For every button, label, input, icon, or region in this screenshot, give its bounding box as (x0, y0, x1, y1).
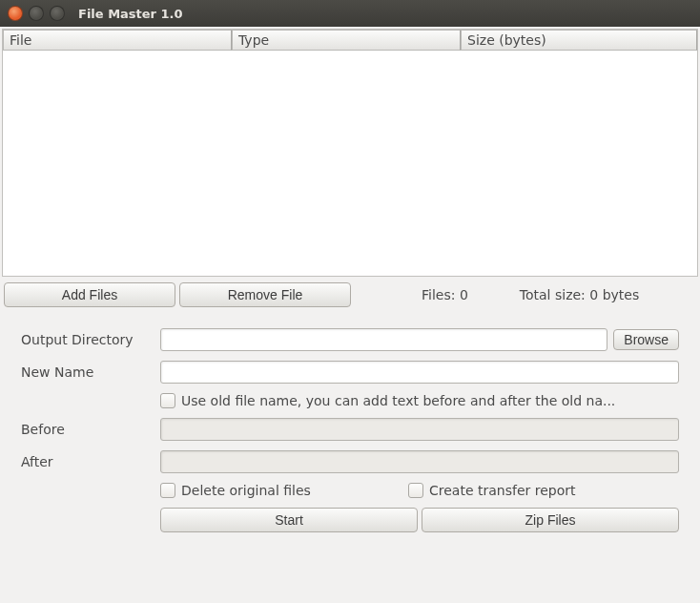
after-input (160, 450, 679, 473)
delete-originals-checkbox[interactable] (160, 483, 175, 498)
mid-toolbar: Add Files Remove File Files: 0 Total siz… (0, 279, 700, 311)
close-icon[interactable] (8, 6, 23, 21)
file-table: File Type Size (bytes) (2, 29, 698, 277)
form-area: Output Directory Browse New Name Use old… (0, 311, 700, 532)
minimize-icon[interactable] (29, 6, 44, 21)
content: File Type Size (bytes) Add Files Remove … (0, 27, 700, 603)
new-name-label: New Name (21, 364, 154, 380)
browse-button[interactable]: Browse (613, 329, 679, 350)
zip-files-button[interactable]: Zip Files (422, 508, 679, 532)
window-title: File Master 1.0 (78, 7, 183, 21)
table-body[interactable] (3, 51, 697, 276)
start-button[interactable]: Start (160, 508, 418, 532)
add-files-button[interactable]: Add Files (4, 282, 175, 307)
remove-file-button[interactable]: Remove File (179, 282, 351, 307)
before-label: Before (21, 422, 154, 437)
output-directory-label: Output Directory (21, 332, 154, 347)
create-report-checkbox[interactable] (408, 483, 423, 498)
new-name-input[interactable] (160, 361, 679, 384)
column-headers: File Type Size (bytes) (3, 30, 697, 51)
before-input (160, 418, 679, 441)
total-size-label: Total size: 0 bytes (510, 287, 649, 302)
column-header-file[interactable]: File (3, 30, 232, 51)
column-header-size[interactable]: Size (bytes) (461, 30, 697, 51)
delete-originals-label: Delete original files (181, 483, 311, 498)
use-old-name-row: Use old file name, you can add text befo… (160, 393, 679, 408)
column-header-type[interactable]: Type (232, 30, 461, 51)
files-count-label: Files: 0 (412, 287, 478, 302)
titlebar: File Master 1.0 (0, 0, 700, 27)
use-old-name-checkbox[interactable] (160, 393, 175, 408)
create-report-row: Create transfer report (408, 483, 618, 498)
after-label: After (21, 454, 154, 469)
use-old-name-label: Use old file name, you can add text befo… (181, 393, 615, 408)
maximize-icon[interactable] (50, 6, 65, 21)
delete-originals-row: Delete original files (160, 483, 370, 498)
create-report-label: Create transfer report (429, 483, 575, 498)
output-directory-input[interactable] (160, 328, 607, 351)
